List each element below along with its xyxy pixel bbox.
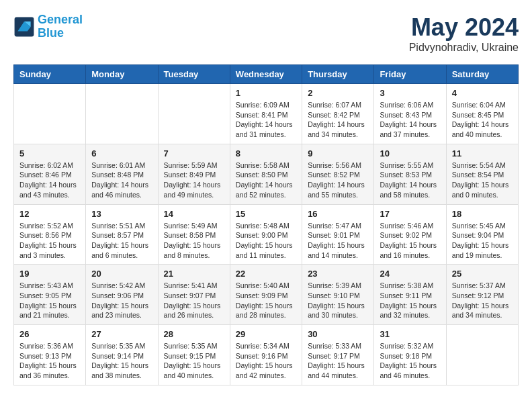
day-info: Sunrise: 5:35 AM Sunset: 9:14 PM Dayligh… [91,341,152,381]
calendar-cell: 15Sunrise: 5:48 AM Sunset: 9:00 PM Dayli… [230,204,302,265]
calendar-cell: 31Sunrise: 5:32 AM Sunset: 9:18 PM Dayli… [374,325,446,385]
day-number: 5 [19,148,80,158]
day-info: Sunrise: 5:38 AM Sunset: 9:11 PM Dayligh… [380,281,440,320]
calendar-cell: 23Sunrise: 5:39 AM Sunset: 9:10 PM Dayli… [302,265,374,325]
calendar-cell: 30Sunrise: 5:33 AM Sunset: 9:17 PM Dayli… [302,325,374,385]
calendar-cell: 27Sunrise: 5:35 AM Sunset: 9:14 PM Dayli… [86,325,158,385]
day-info: Sunrise: 5:37 AM Sunset: 9:12 PM Dayligh… [452,281,513,320]
weekday-header-thursday: Thursday [302,65,374,84]
calendar-cell [158,84,230,144]
day-info: Sunrise: 5:39 AM Sunset: 9:10 PM Dayligh… [308,281,368,320]
day-info: Sunrise: 5:41 AM Sunset: 9:07 PM Dayligh… [164,281,224,320]
day-info: Sunrise: 5:35 AM Sunset: 9:15 PM Dayligh… [164,341,224,381]
day-info: Sunrise: 5:52 AM Sunset: 8:56 PM Dayligh… [19,221,80,261]
day-info: Sunrise: 5:51 AM Sunset: 8:57 PM Dayligh… [91,221,152,261]
calendar-cell: 9Sunrise: 5:56 AM Sunset: 8:52 PM Daylig… [302,144,374,204]
day-number: 9 [308,148,368,158]
day-info: Sunrise: 5:34 AM Sunset: 9:16 PM Dayligh… [236,341,296,381]
calendar-week-4: 19Sunrise: 5:43 AM Sunset: 9:05 PM Dayli… [14,265,519,325]
day-number: 12 [19,209,80,219]
day-number: 16 [308,209,368,219]
calendar-cell: 1Sunrise: 6:09 AM Sunset: 8:41 PM Daylig… [230,84,302,144]
day-info: Sunrise: 6:06 AM Sunset: 8:43 PM Dayligh… [380,100,440,140]
calendar-cell: 5Sunrise: 6:02 AM Sunset: 8:46 PM Daylig… [14,144,86,204]
calendar-cell [86,84,158,144]
calendar-cell: 21Sunrise: 5:41 AM Sunset: 9:07 PM Dayli… [158,265,230,325]
day-number: 30 [308,329,368,339]
calendar-header-row: SundayMondayTuesdayWednesdayThursdayFrid… [14,65,519,84]
day-number: 19 [19,269,80,279]
day-number: 11 [452,148,513,158]
calendar-cell [14,84,86,144]
calendar-week-5: 26Sunrise: 5:36 AM Sunset: 9:13 PM Dayli… [14,325,519,385]
day-number: 14 [164,209,224,219]
day-number: 10 [380,148,440,158]
day-info: Sunrise: 5:33 AM Sunset: 9:17 PM Dayligh… [308,341,368,381]
day-number: 2 [308,88,368,98]
day-info: Sunrise: 5:45 AM Sunset: 9:04 PM Dayligh… [452,221,513,261]
calendar-cell: 26Sunrise: 5:36 AM Sunset: 9:13 PM Dayli… [14,325,86,385]
day-number: 6 [91,148,152,158]
day-info: Sunrise: 6:01 AM Sunset: 8:48 PM Dayligh… [91,161,152,200]
calendar-cell: 3Sunrise: 6:06 AM Sunset: 8:43 PM Daylig… [374,84,446,144]
calendar-cell: 29Sunrise: 5:34 AM Sunset: 9:16 PM Dayli… [230,325,302,385]
calendar-cell: 24Sunrise: 5:38 AM Sunset: 9:11 PM Dayli… [374,265,446,325]
logo-text: General Blue [38,13,83,40]
day-info: Sunrise: 5:46 AM Sunset: 9:02 PM Dayligh… [380,221,440,261]
month-title: May 2024 [409,13,519,42]
day-info: Sunrise: 5:47 AM Sunset: 9:01 PM Dayligh… [308,221,368,261]
day-number: 15 [236,209,296,219]
day-info: Sunrise: 5:49 AM Sunset: 8:58 PM Dayligh… [164,221,224,261]
calendar-cell: 25Sunrise: 5:37 AM Sunset: 9:12 PM Dayli… [446,265,518,325]
page-header: General Blue May 2024 Pidvynohradiv, Ukr… [13,13,519,54]
calendar-cell: 14Sunrise: 5:49 AM Sunset: 8:58 PM Dayli… [158,204,230,265]
day-number: 29 [236,329,296,339]
calendar-cell: 12Sunrise: 5:52 AM Sunset: 8:56 PM Dayli… [14,204,86,265]
calendar-cell: 13Sunrise: 5:51 AM Sunset: 8:57 PM Dayli… [86,204,158,265]
day-info: Sunrise: 5:59 AM Sunset: 8:49 PM Dayligh… [164,161,224,200]
calendar-cell: 10Sunrise: 5:55 AM Sunset: 8:53 PM Dayli… [374,144,446,204]
day-number: 31 [380,329,440,339]
day-number: 18 [452,209,513,219]
day-info: Sunrise: 5:55 AM Sunset: 8:53 PM Dayligh… [380,161,440,200]
day-info: Sunrise: 6:09 AM Sunset: 8:41 PM Dayligh… [236,100,296,140]
day-info: Sunrise: 5:56 AM Sunset: 8:52 PM Dayligh… [308,161,368,200]
calendar-cell: 11Sunrise: 5:54 AM Sunset: 8:54 PM Dayli… [446,144,518,204]
day-number: 24 [380,269,440,279]
day-number: 21 [164,269,224,279]
logo-blue: Blue [38,26,64,40]
weekday-header-friday: Friday [374,65,446,84]
title-block: May 2024 Pidvynohradiv, Ukraine [409,13,519,54]
weekday-header-tuesday: Tuesday [158,65,230,84]
calendar-cell: 17Sunrise: 5:46 AM Sunset: 9:02 PM Dayli… [374,204,446,265]
day-info: Sunrise: 5:58 AM Sunset: 8:50 PM Dayligh… [236,161,296,200]
day-info: Sunrise: 5:32 AM Sunset: 9:18 PM Dayligh… [380,341,440,381]
day-number: 22 [236,269,296,279]
calendar-cell: 22Sunrise: 5:40 AM Sunset: 9:09 PM Dayli… [230,265,302,325]
day-number: 23 [308,269,368,279]
day-number: 20 [91,269,152,279]
calendar-table: SundayMondayTuesdayWednesdayThursdayFrid… [13,64,519,385]
calendar-cell: 4Sunrise: 6:04 AM Sunset: 8:45 PM Daylig… [446,84,518,144]
logo-general: General [38,13,83,26]
calendar-cell: 20Sunrise: 5:42 AM Sunset: 9:06 PM Dayli… [86,265,158,325]
location-title: Pidvynohradiv, Ukraine [409,42,519,54]
day-info: Sunrise: 5:36 AM Sunset: 9:13 PM Dayligh… [19,341,80,381]
weekday-header-sunday: Sunday [14,65,86,84]
day-info: Sunrise: 6:04 AM Sunset: 8:45 PM Dayligh… [452,100,513,140]
day-number: 7 [164,148,224,158]
calendar-cell: 8Sunrise: 5:58 AM Sunset: 8:50 PM Daylig… [230,144,302,204]
calendar-cell: 16Sunrise: 5:47 AM Sunset: 9:01 PM Dayli… [302,204,374,265]
day-info: Sunrise: 5:43 AM Sunset: 9:05 PM Dayligh… [19,281,80,320]
day-number: 3 [380,88,440,98]
logo: General Blue [13,13,83,40]
day-number: 13 [91,209,152,219]
day-number: 28 [164,329,224,339]
calendar-cell: 2Sunrise: 6:07 AM Sunset: 8:42 PM Daylig… [302,84,374,144]
day-info: Sunrise: 6:02 AM Sunset: 8:46 PM Dayligh… [19,161,80,200]
day-info: Sunrise: 5:48 AM Sunset: 9:00 PM Dayligh… [236,221,296,261]
weekday-header-monday: Monday [86,65,158,84]
day-number: 4 [452,88,513,98]
logo-icon [13,16,35,38]
day-info: Sunrise: 5:40 AM Sunset: 9:09 PM Dayligh… [236,281,296,320]
